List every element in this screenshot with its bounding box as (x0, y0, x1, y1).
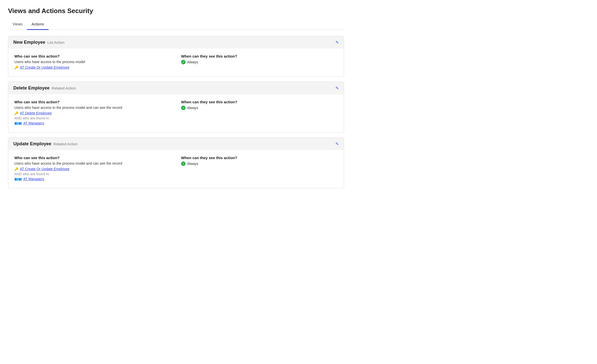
check-icon: ✓ (181, 60, 186, 64)
and-link-icon: 👥👥 (14, 177, 22, 181)
col-when: When can they see this action?✓Always (181, 100, 338, 126)
section-card-delete-employee: Delete EmployeeRelated Action✎Who can se… (8, 82, 344, 132)
sections-container: New EmployeeList Action✎Who can see this… (8, 36, 344, 188)
section-title-group: Delete EmployeeRelated Action (13, 85, 76, 91)
who-link-row: 🔑AT Create Or Update Employee (14, 167, 171, 171)
status-row: ✓Always (181, 60, 338, 64)
when-label: When can they see this action? (181, 54, 338, 58)
section-header-delete-employee: Delete EmployeeRelated Action✎ (8, 82, 344, 94)
tab-actions[interactable]: Actions (27, 19, 49, 30)
section-name: New Employee (13, 40, 45, 45)
when-value: Always (187, 106, 198, 110)
section-name: Update Employee (13, 141, 51, 147)
who-link-row: 🔑AT Delete Employee (14, 111, 171, 115)
check-icon: ✓ (181, 106, 186, 110)
page-container: Views and Actions Security Views Actions… (0, 0, 352, 200)
who-link-row: 🔑AT Create Or Update Employee (14, 65, 171, 69)
who-link-icon: 🔑 (14, 167, 18, 171)
when-label: When can they see this action? (181, 156, 338, 160)
who-value: Users who have access to the process mod… (14, 106, 171, 110)
and-text: AND who are found in: (14, 172, 171, 176)
section-name: Delete Employee (13, 85, 50, 91)
status-row: ✓Always (181, 161, 338, 166)
who-value: Users who have access to the process mod… (14, 60, 171, 64)
section-title-group: New EmployeeList Action (13, 40, 64, 45)
status-row: ✓Always (181, 106, 338, 110)
who-label: Who can see this action? (14, 100, 171, 104)
section-card-new-employee: New EmployeeList Action✎Who can see this… (8, 36, 344, 77)
edit-icon[interactable]: ✎ (335, 40, 339, 45)
section-type: Related Action (53, 142, 78, 146)
tab-views[interactable]: Views (8, 19, 27, 30)
who-link[interactable]: AT Create Or Update Employee (20, 65, 69, 69)
who-link-icon: 🔑 (14, 111, 18, 115)
who-link[interactable]: AT Create Or Update Employee (20, 167, 69, 171)
section-body-delete-employee: Who can see this action?Users who have a… (8, 94, 344, 132)
and-link-row: 👥👥AT Managers (14, 121, 171, 125)
and-link-icon: 👥👥 (14, 121, 22, 125)
who-link[interactable]: AT Delete Employee (20, 111, 52, 115)
and-link[interactable]: AT Managers (23, 121, 44, 125)
and-text: AND who are found in: (14, 116, 171, 120)
who-label: Who can see this action? (14, 54, 171, 58)
col-who: Who can see this action?Users who have a… (14, 100, 181, 126)
section-type: List Action (47, 40, 64, 44)
edit-icon[interactable]: ✎ (335, 142, 339, 146)
section-title-group: Update EmployeeRelated Action (13, 141, 78, 147)
and-link[interactable]: AT Managers (23, 177, 44, 181)
col-who: Who can see this action?Users who have a… (14, 54, 181, 70)
who-label: Who can see this action? (14, 156, 171, 160)
tabs-bar: Views Actions (8, 19, 344, 30)
section-header-new-employee: New EmployeeList Action✎ (8, 36, 344, 49)
edit-icon[interactable]: ✎ (335, 86, 339, 90)
page-title: Views and Actions Security (8, 7, 344, 15)
who-value: Users who have access to the process mod… (14, 161, 171, 165)
section-body-new-employee: Who can see this action?Users who have a… (8, 49, 344, 76)
when-label: When can they see this action? (181, 100, 338, 104)
when-value: Always (187, 162, 198, 166)
col-when: When can they see this action?✓Always (181, 54, 338, 70)
check-icon: ✓ (181, 161, 186, 166)
col-when: When can they see this action?✓Always (181, 156, 338, 182)
and-link-row: 👥👥AT Managers (14, 177, 171, 181)
when-value: Always (187, 60, 198, 64)
section-body-update-employee: Who can see this action?Users who have a… (8, 150, 344, 188)
section-card-update-employee: Update EmployeeRelated Action✎Who can se… (8, 138, 344, 188)
who-link-icon: 🔑 (14, 66, 18, 69)
section-header-update-employee: Update EmployeeRelated Action✎ (8, 138, 344, 150)
col-who: Who can see this action?Users who have a… (14, 156, 181, 182)
section-type: Related Action (52, 86, 76, 90)
